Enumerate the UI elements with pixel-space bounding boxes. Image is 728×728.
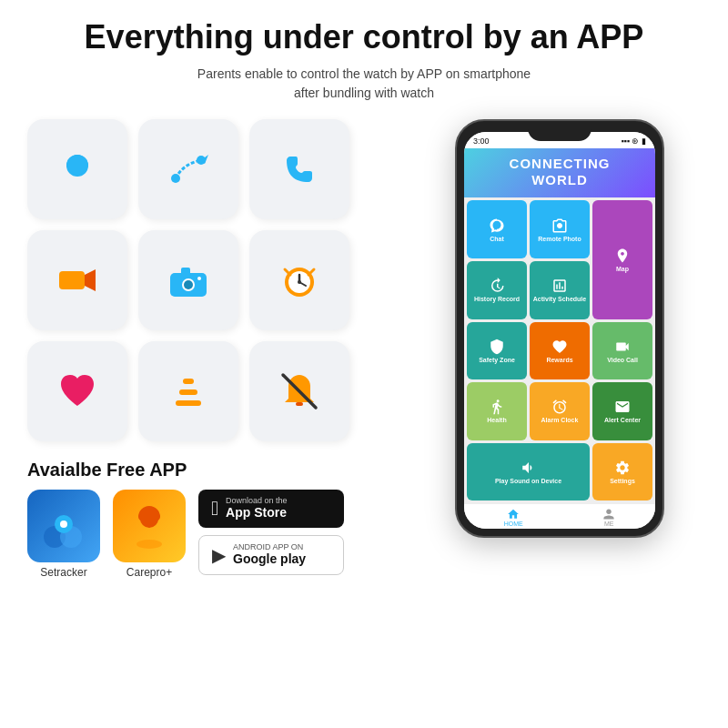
phone-app-grid: Chat Remote Photo Map	[464, 197, 655, 503]
phone-screen: 3:00 ▪▪▪ ⊛ ▮ CONNECTINGWORLD Chat	[464, 132, 655, 529]
tile-play-sound[interactable]: Play Sound on Device	[467, 443, 590, 501]
phone-signals: ▪▪▪ ⊛ ▮	[621, 136, 646, 146]
svg-point-16	[298, 280, 301, 284]
svg-rect-18	[179, 389, 197, 395]
svg-rect-19	[183, 379, 194, 384]
appstore-main: App Store	[226, 505, 288, 521]
feature-icon-video	[27, 230, 127, 330]
svg-rect-5	[59, 271, 85, 289]
app-setracker: Setracker	[27, 490, 100, 579]
bottom-me[interactable]: ME	[602, 508, 615, 527]
tile-alert[interactable]: Alert Center	[592, 382, 652, 440]
available-section: Avaialbe Free APP	[27, 460, 410, 579]
googleplay-button[interactable]: ▶ ANDROID APP ON Google play	[198, 535, 344, 575]
left-column: Avaialbe Free APP	[27, 119, 410, 710]
setracker-label: Setracker	[40, 566, 86, 579]
store-buttons:  Download on the App Store ▶ ANDROID AP…	[198, 490, 344, 575]
svg-rect-17	[176, 400, 201, 406]
apps-row: Setracker Care	[27, 490, 410, 579]
bottom-home[interactable]: HOME	[504, 508, 523, 527]
feature-icon-camera	[138, 230, 238, 330]
feature-icon-filter	[138, 341, 238, 441]
play-icon: ▶	[212, 544, 226, 566]
content-row: Avaialbe Free APP	[27, 119, 701, 710]
svg-point-30	[136, 540, 162, 549]
carepro-label: Carepro+	[126, 566, 172, 579]
features-grid	[27, 119, 410, 441]
tile-history[interactable]: History Record	[467, 261, 527, 319]
svg-point-9	[184, 280, 193, 289]
tile-video-call[interactable]: Video Call	[592, 322, 652, 380]
tile-chat[interactable]: Chat	[467, 200, 527, 258]
phone-header: CONNECTINGWORLD	[464, 148, 655, 197]
phone-notch	[528, 121, 592, 141]
app-carepro: Carepro+	[113, 490, 186, 579]
available-title: Avaialbe Free APP	[27, 460, 410, 480]
tile-safety[interactable]: Safety Zone	[467, 322, 527, 380]
svg-point-11	[197, 277, 201, 280]
page: Everything under control by an APP Paren…	[0, 0, 728, 728]
feature-icon-alarm	[249, 230, 349, 330]
subtitle: Parents enable to control the watch by A…	[197, 65, 531, 103]
appstore-button[interactable]:  Download on the App Store	[198, 490, 344, 528]
feature-icon-route	[138, 119, 238, 219]
svg-point-26	[60, 521, 67, 528]
phone-bottom-bar: HOME ME	[464, 503, 655, 529]
apple-icon: 	[211, 497, 218, 521]
svg-rect-20	[296, 402, 303, 406]
googleplay-main: Google play	[233, 551, 306, 567]
tile-health[interactable]: Health	[467, 382, 527, 440]
tile-activity[interactable]: Activity Schedule	[530, 261, 590, 319]
feature-icon-heart	[27, 341, 127, 441]
svg-marker-6	[85, 269, 96, 291]
googleplay-sub: ANDROID APP ON	[233, 543, 306, 551]
setracker-icon	[27, 490, 100, 562]
svg-rect-10	[181, 268, 190, 275]
feature-icon-bell-off	[249, 341, 349, 441]
tile-remote-photo[interactable]: Remote Photo	[530, 200, 590, 258]
tile-alarm[interactable]: Alarm Clock	[530, 382, 590, 440]
right-column: 3:00 ▪▪▪ ⊛ ▮ CONNECTINGWORLD Chat	[419, 119, 701, 710]
tile-rewards[interactable]: Rewards	[530, 322, 590, 380]
phone-header-text: CONNECTINGWORLD	[510, 156, 611, 187]
appstore-sub: Download on the	[226, 497, 288, 505]
tile-map[interactable]: Map	[592, 200, 652, 318]
phone-time: 3:00	[473, 136, 490, 146]
feature-icon-call	[249, 119, 349, 219]
tile-settings[interactable]: Settings	[592, 443, 652, 501]
carepro-icon	[113, 490, 186, 562]
feature-icon-location	[27, 119, 127, 219]
main-title: Everything under control by an APP	[85, 18, 644, 56]
phone-mockup: 3:00 ▪▪▪ ⊛ ▮ CONNECTINGWORLD Chat	[455, 119, 664, 538]
